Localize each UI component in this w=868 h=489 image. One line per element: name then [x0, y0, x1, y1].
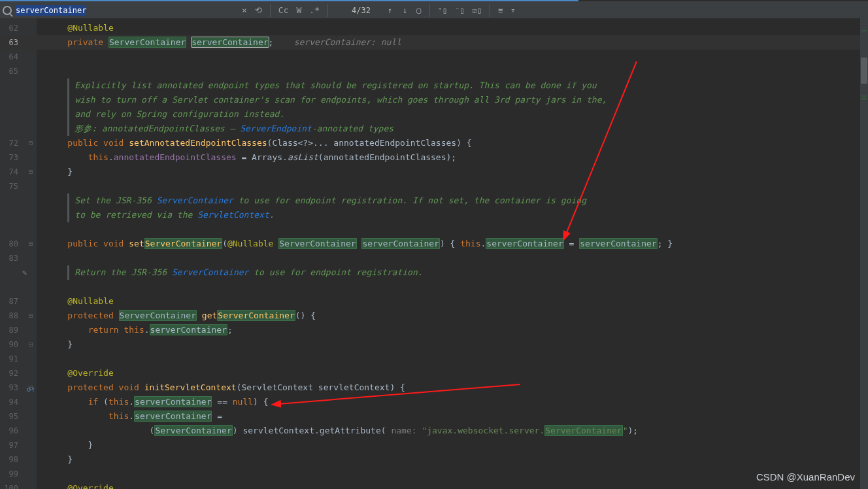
- search-icon[interactable]: [3, 6, 12, 15]
- line-number: [0, 194, 37, 208]
- fold-icon[interactable]: ⊟: [29, 337, 33, 352]
- select-all-occurrences-button[interactable]: ☑▯: [468, 6, 485, 15]
- line-number: 89: [0, 323, 37, 337]
- line-number: ✎: [0, 265, 37, 280]
- line-number: 62: [0, 21, 37, 35]
- scroll-thumb[interactable]: [861, 58, 867, 84]
- add-selection-button[interactable]: ⁺▯: [434, 6, 451, 15]
- separator: [429, 4, 430, 17]
- fold-icon[interactable]: ⊟: [29, 380, 33, 395]
- watermark: CSDN @XuanRanDev: [756, 471, 855, 482]
- fold-icon[interactable]: ⊟: [29, 165, 33, 179]
- fold-icon[interactable]: ⊟: [29, 237, 33, 251]
- line-number: [0, 93, 37, 107]
- line-number: [0, 78, 37, 93]
- close-find-icon[interactable]: ×: [238, 4, 251, 16]
- line-number: [0, 107, 37, 122]
- remove-selection-button[interactable]: ⁻▯: [451, 6, 468, 15]
- line-number: 63: [0, 35, 37, 50]
- line-number: 80⊟: [0, 237, 37, 251]
- line-number: 90⊟: [0, 337, 37, 352]
- line-number: [0, 280, 37, 294]
- line-number: 98: [0, 452, 37, 467]
- separator: [490, 4, 490, 17]
- find-input[interactable]: serverContainer: [16, 6, 238, 15]
- filter-icon[interactable]: ▿: [507, 6, 519, 15]
- line-number: 64: [0, 50, 37, 64]
- line-number: [0, 122, 37, 136]
- gutter: 62 63 64 65 72⊟ 73 74⊟ 75 80⊟ 83 ✎ 87 88…: [0, 18, 37, 489]
- edit-marker-icon: ✎: [22, 265, 27, 280]
- line-number: 93o↑⊟: [0, 380, 37, 395]
- line-number: 96: [0, 424, 37, 438]
- line-number: 83: [0, 251, 37, 265]
- line-number: [0, 208, 37, 222]
- fold-icon[interactable]: ⊟: [29, 136, 33, 150]
- line-number: 100: [0, 481, 37, 489]
- code-area[interactable]: @Nullable private ServerContainer server…: [37, 18, 860, 489]
- line-number: 92: [0, 366, 37, 380]
- line-number: 91: [0, 352, 37, 366]
- line-number: 73: [0, 150, 37, 165]
- settings-icon[interactable]: ≡: [494, 6, 507, 15]
- line-number: 74⊟: [0, 165, 37, 179]
- line-number: 95: [0, 409, 37, 424]
- match-case-button[interactable]: Cc: [275, 4, 293, 16]
- editor: 62 63 64 65 72⊟ 73 74⊟ 75 80⊟ 83 ✎ 87 88…: [0, 18, 868, 489]
- line-number: 65: [0, 64, 37, 78]
- line-number: 75: [0, 179, 37, 194]
- line-number: 88⊟: [0, 309, 37, 323]
- line-number: 87: [0, 294, 37, 309]
- separator: [327, 4, 328, 17]
- select-all-button[interactable]: ▢: [412, 6, 425, 15]
- history-icon[interactable]: ⟲: [251, 4, 266, 16]
- line-number: 94: [0, 395, 37, 409]
- prev-match-button[interactable]: ↑: [382, 6, 397, 15]
- separator: [270, 4, 271, 17]
- line-number: [0, 222, 37, 237]
- line-number: 97: [0, 438, 37, 452]
- fold-icon[interactable]: ⊟: [29, 309, 33, 323]
- match-count: 4/32: [352, 6, 371, 15]
- next-match-button[interactable]: ↓: [397, 6, 412, 15]
- scrollbar[interactable]: [860, 18, 868, 489]
- words-button[interactable]: W: [292, 4, 305, 16]
- line-number: 99: [0, 467, 37, 481]
- find-bar: serverContainer × ⟲ Cc W .* 4/32 ↑ ↓ ▢ ⁺…: [0, 1, 868, 20]
- regex-button[interactable]: .*: [305, 4, 324, 16]
- line-number: 72⊟: [0, 136, 37, 150]
